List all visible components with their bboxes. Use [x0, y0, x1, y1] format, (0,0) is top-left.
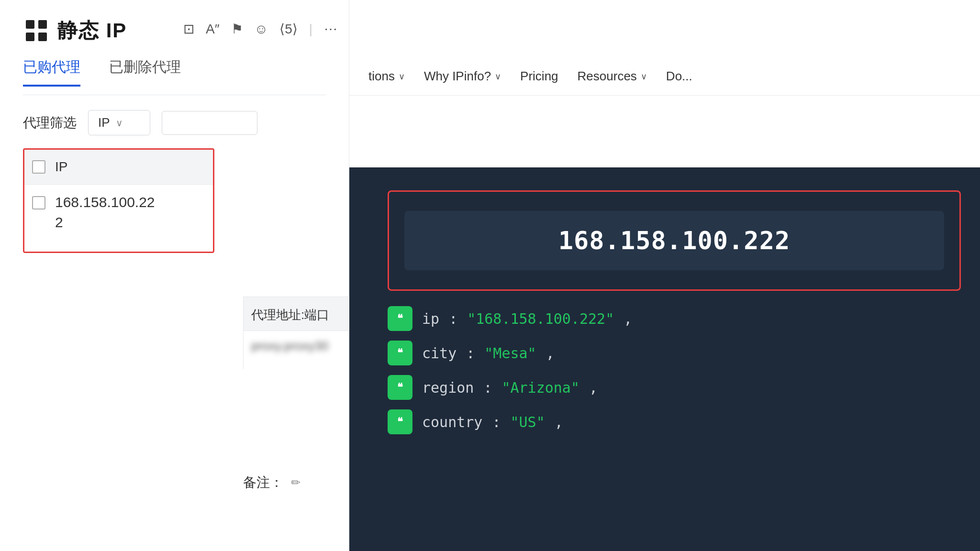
json-value-country: "US" [511, 414, 545, 430]
edit-icon[interactable]: ✏ [291, 476, 301, 489]
dropdown-arrow-icon: ∨ [116, 117, 123, 129]
json-value-region: "Arizona" [501, 379, 579, 396]
filter-area: 代理筛选 IP ∨ [23, 110, 257, 135]
smiley-icon[interactable]: ☺ [255, 22, 268, 37]
table-header: IP [24, 150, 213, 185]
ip-address-text: 168.158.100.222 [558, 226, 791, 255]
nav-label-resources: Resources [578, 69, 637, 84]
json-line-region: ❝ region : "Arizona" , [388, 375, 961, 400]
json-quote-icon-ip: ❝ [388, 306, 412, 331]
tab-area: 已购代理 已删除代理 [23, 57, 181, 87]
json-lines: ❝ ip : "168.158.100.222" , ❝ city : "Mes… [388, 306, 961, 434]
ip-address-display: 168.158.100.222 [404, 211, 944, 270]
table-area: IP 168.158.100.222 代理地址:端口 proxy.proxy30… [23, 148, 326, 253]
filter-dropdown-value: IP [98, 115, 110, 130]
tab-deleted[interactable]: 已删除代理 [109, 57, 181, 87]
ip-column-table: IP 168.158.100.222 [23, 148, 214, 253]
right-panel: 168.158.100.222 ❝ ip : "168.158.100.222"… [349, 167, 980, 551]
filter-dropdown[interactable]: IP ∨ [88, 110, 150, 135]
row-checkbox[interactable] [32, 196, 45, 209]
ip-info-box: 168.158.100.222 [388, 190, 961, 291]
json-quote-icon-region: ❝ [388, 375, 412, 400]
nav-label-why: Why IPinfo? [424, 69, 491, 84]
nav-label-solutions: tions [368, 69, 395, 84]
nav-item-docs[interactable]: Do... [666, 69, 692, 84]
divider: | [309, 22, 312, 37]
flag-icon[interactable]: ⚑ [231, 21, 243, 37]
nav-label-docs: Do... [666, 69, 692, 84]
more-icon[interactable]: ⋯ [324, 21, 337, 37]
svg-rect-0 [26, 20, 34, 29]
note-area: 备注： ✏ [243, 474, 301, 492]
nav-arrow-solutions: ∨ [399, 71, 405, 82]
filter-input[interactable] [162, 111, 257, 135]
number-icon[interactable]: ⟨5⟩ [279, 21, 298, 37]
filter-label: 代理筛选 [23, 114, 77, 132]
nav-label-pricing: Pricing [520, 69, 558, 84]
json-quote-icon-country: ❝ [388, 409, 412, 434]
note-label: 备注： [243, 474, 283, 492]
toolbar-icons: ⊡ A″ ⚑ ☺ ⟨5⟩ | ⋯ [183, 21, 337, 37]
nav-item-why[interactable]: Why IPinfo? ∨ [424, 69, 501, 84]
json-key-country: country [422, 414, 482, 430]
tab-divider [23, 95, 326, 95]
translate-icon[interactable]: ⊡ [183, 21, 194, 37]
ip-value: 168.158.100.222 [55, 192, 155, 232]
header-checkbox[interactable] [32, 160, 45, 174]
nav-arrow-resources: ∨ [641, 71, 647, 82]
json-value-ip: "168.158.100.222" [467, 310, 614, 327]
left-panel: 静态 IP ⊡ A″ ⚑ ☺ ⟨5⟩ | ⋯ 已购代理 已删除代理 代理筛选 I… [0, 0, 349, 551]
json-key-region: region [422, 379, 474, 396]
svg-rect-2 [26, 33, 34, 41]
nav-item-solutions[interactable]: tions ∨ [368, 69, 405, 84]
json-key-ip: ip [422, 310, 439, 327]
nav-bar: tions ∨ Why IPinfo? ∨ Pricing Resources … [349, 57, 980, 96]
svg-rect-3 [38, 33, 47, 41]
json-line-ip: ❝ ip : "168.158.100.222" , [388, 306, 961, 331]
font-icon[interactable]: A″ [206, 22, 220, 37]
nav-item-pricing[interactable]: Pricing [520, 69, 558, 84]
svg-rect-1 [38, 20, 47, 29]
table-row: 168.158.100.222 [24, 185, 213, 252]
json-line-country: ❝ country : "US" , [388, 409, 961, 434]
json-quote-icon-city: ❝ [388, 341, 412, 365]
column-ip-header: IP [55, 159, 67, 175]
json-key-city: city [422, 345, 457, 362]
page-title: 静态 IP [57, 17, 127, 44]
json-value-city: "Mesa" [484, 345, 536, 362]
grid-icon [23, 17, 50, 44]
tab-purchased[interactable]: 已购代理 [23, 57, 80, 87]
proxy-value: proxy.proxy30 [251, 339, 328, 353]
nav-item-resources[interactable]: Resources ∨ [578, 69, 647, 84]
json-line-city: ❝ city : "Mesa" , [388, 341, 961, 365]
nav-arrow-why: ∨ [495, 71, 501, 82]
